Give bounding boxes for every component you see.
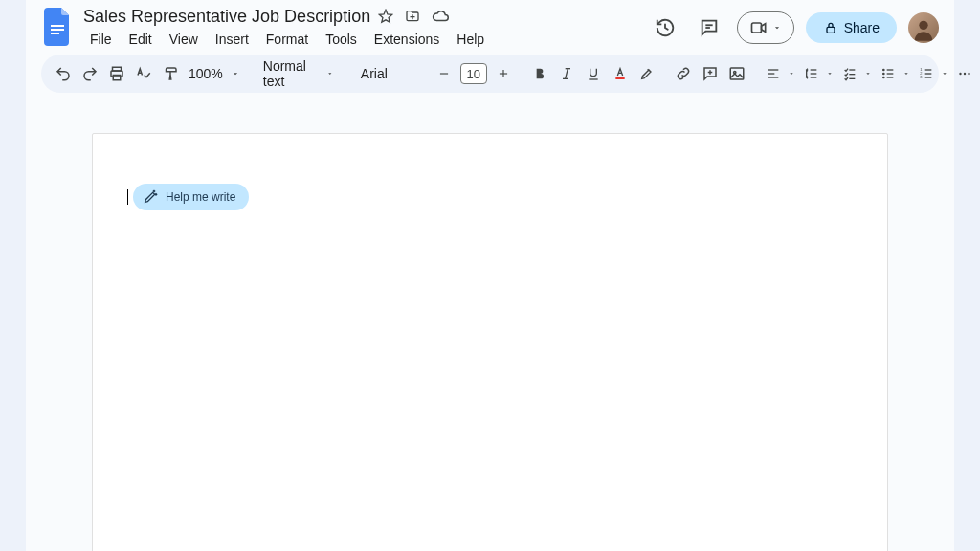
svg-point-44 [959,73,961,75]
add-comment-button[interactable] [698,60,723,87]
underline-button[interactable] [581,60,606,87]
version-history-button[interactable] [649,11,681,44]
font-size-value: 10 [467,67,480,81]
menu-view[interactable]: View [163,30,205,49]
bold-button[interactable] [527,60,552,87]
more-options-button[interactable] [952,60,977,87]
menu-extensions[interactable]: Extensions [368,30,446,49]
svg-point-46 [968,73,969,75]
page[interactable]: Help me write [92,133,888,551]
svg-rect-21 [730,68,744,79]
help-me-write-chip[interactable]: Help me write [133,184,249,210]
svg-rect-0 [51,25,64,27]
svg-point-32 [882,69,883,70]
menu-insert[interactable]: Insert [209,30,256,49]
font-size-input[interactable]: 10 [460,63,487,84]
decrease-font-size-button[interactable] [432,60,457,87]
svg-rect-5 [751,23,761,33]
undo-button[interactable] [51,60,76,87]
app-header: Sales Representative Job Description Fil… [26,0,954,49]
line-spacing-dropdown[interactable] [799,60,835,87]
docs-logo[interactable] [41,10,76,44]
text-cursor [127,189,128,205]
paint-format-button[interactable] [158,60,183,87]
toolbar: 100% Normal text Arial 10 [41,55,939,93]
increase-font-size-button[interactable] [491,60,516,87]
cloud-status-icon[interactable] [432,8,449,25]
doc-title[interactable]: Sales Representative Job Description [83,7,370,27]
text-color-button[interactable] [608,60,633,87]
account-avatar[interactable] [908,12,939,43]
share-button[interactable]: Share [806,12,897,43]
highlight-color-button[interactable] [635,60,659,87]
comments-button[interactable] [693,11,725,44]
italic-button[interactable] [554,60,579,87]
numbered-list-dropdown[interactable]: 123 [914,60,950,87]
redo-button[interactable] [78,60,102,87]
svg-rect-2 [51,33,59,34]
insert-image-button[interactable] [724,60,749,87]
print-button[interactable] [104,60,129,87]
checklist-dropdown[interactable] [837,60,874,87]
share-button-label: Share [844,20,880,35]
menu-help[interactable]: Help [450,30,491,49]
font-value: Arial [361,66,388,81]
document-canvas[interactable]: Help me write [26,99,954,551]
font-dropdown[interactable]: Arial [353,66,420,81]
menu-format[interactable]: Format [259,30,315,49]
help-me-write-label: Help me write [166,190,235,204]
menu-file[interactable]: File [83,30,119,49]
svg-text:3: 3 [920,75,923,79]
svg-point-33 [882,73,883,74]
svg-point-34 [882,77,883,77]
svg-point-7 [919,21,927,30]
svg-rect-18 [615,77,624,79]
paragraph-style-dropdown[interactable]: Normal text [256,58,342,89]
svg-rect-6 [827,27,835,33]
menu-tools[interactable]: Tools [319,30,364,49]
align-dropdown[interactable] [761,60,797,87]
bulleted-list-dropdown[interactable] [876,60,912,87]
zoom-value: 100% [189,66,223,81]
move-icon[interactable] [405,9,420,24]
menu-edit[interactable]: Edit [122,30,159,49]
svg-line-16 [565,69,568,79]
paragraph-style-value: Normal text [263,58,315,89]
insert-link-button[interactable] [671,60,696,87]
star-icon[interactable] [378,9,393,24]
zoom-dropdown[interactable]: 100% [185,66,244,81]
svg-rect-1 [51,29,64,31]
svg-point-45 [964,73,966,75]
spellcheck-button[interactable] [131,60,156,87]
magic-pen-icon [143,189,158,205]
meet-button[interactable] [737,11,794,44]
menu-bar: File Edit View Insert Format Tools Exten… [83,30,649,49]
